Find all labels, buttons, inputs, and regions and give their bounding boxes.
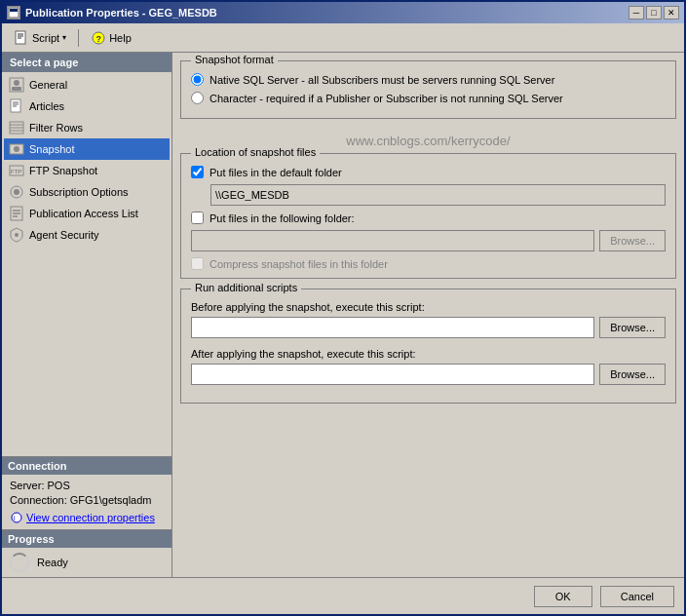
svg-text:?: ? <box>96 34 102 44</box>
sidebar-items: General Articles <box>2 72 172 456</box>
default-folder-row: Put files in the default folder <box>191 166 666 178</box>
sidebar-item-snapshot[interactable]: Snapshot <box>4 138 170 160</box>
script-button[interactable]: Script ▾ <box>7 27 73 49</box>
progress-status: Ready <box>37 557 68 568</box>
publication-access-list-icon <box>9 206 24 221</box>
cancel-button[interactable]: Cancel <box>600 586 674 607</box>
ftp-snapshot-icon: FTP <box>9 163 24 178</box>
sidebar-item-articles[interactable]: Articles <box>4 96 170 117</box>
progress-section: Progress Ready <box>2 529 172 577</box>
subscription-options-icon <box>9 184 24 200</box>
svg-point-20 <box>14 146 19 152</box>
following-folder-input[interactable] <box>191 230 594 251</box>
svg-point-29 <box>15 233 19 237</box>
svg-text:FTP: FTP <box>11 169 21 174</box>
toolbar-separator <box>78 29 79 47</box>
agent-security-icon <box>9 227 24 243</box>
help-icon: ? <box>91 30 106 46</box>
filter-rows-icon <box>9 120 24 135</box>
general-icon <box>9 77 24 93</box>
sidebar-item-agent-security-label: Agent Security <box>29 229 99 241</box>
minimize-button[interactable]: ─ <box>629 6 644 19</box>
location-label: Location of snapshot files <box>191 146 320 158</box>
native-option-row: Native SQL Server - all Subscribers must… <box>191 73 666 86</box>
location-section: Location of snapshot files Put files in … <box>180 153 676 279</box>
window-title: Publication Properties - GEG_MESDB <box>25 7 217 19</box>
bottom-bar: OK Cancel <box>2 577 684 614</box>
snapshot-format-label: Snapshot format <box>191 54 278 65</box>
svg-rect-10 <box>12 87 21 91</box>
compress-row: Compress snapshot files in this folder <box>191 257 666 270</box>
progress-spinner <box>10 553 29 572</box>
sidebar-item-ftp-snapshot[interactable]: FTP FTP Snapshot <box>4 160 170 181</box>
sidebar-item-publication-access-list[interactable]: Publication Access List <box>4 203 170 224</box>
main-panel: Snapshot format Native SQL Server - all … <box>172 53 684 577</box>
sidebar-item-ftp-snapshot-label: FTP Snapshot <box>29 165 97 176</box>
close-button[interactable]: ✕ <box>664 6 679 19</box>
after-script-input[interactable] <box>191 364 594 385</box>
compress-checkbox <box>191 257 204 270</box>
character-radio[interactable] <box>191 92 204 104</box>
connection-label: Connection: GFG1\getsqladm <box>10 494 164 506</box>
default-folder-checkbox[interactable] <box>191 166 204 178</box>
native-radio[interactable] <box>191 73 204 86</box>
sidebar-item-general[interactable]: General <box>4 74 170 96</box>
svg-point-9 <box>14 80 19 86</box>
following-folder-checkbox[interactable] <box>191 212 204 224</box>
sidebar-item-filter-rows[interactable]: Filter Rows <box>4 117 170 138</box>
connection-section: Connection Server: POS Connection: GFG1\… <box>2 456 172 529</box>
compress-label: Compress snapshot files in this folder <box>210 258 388 270</box>
character-option-row: Character - required if a Publisher or S… <box>191 92 666 104</box>
scripts-section: Run additional scripts Before applying t… <box>180 289 676 404</box>
following-folder-label: Put files in the following folder: <box>210 212 355 224</box>
progress-header: Progress <box>2 530 172 548</box>
native-option-label: Native SQL Server - all Subscribers must… <box>210 74 554 86</box>
main-window: Publication Properties - GEG_MESDB ─ □ ✕… <box>0 0 686 616</box>
sidebar-item-filter-rows-label: Filter Rows <box>29 122 83 134</box>
toolbar: Script ▾ ? Help <box>2 23 684 53</box>
sidebar-item-subscription-options[interactable]: Subscription Options <box>4 181 170 203</box>
server-label: Server: POS <box>10 480 164 491</box>
script-icon <box>14 30 29 46</box>
sidebar-item-articles-label: Articles <box>29 100 64 112</box>
svg-rect-1 <box>10 9 18 12</box>
default-folder-label: Put files in the default folder <box>210 167 342 178</box>
sidebar-item-subscription-options-label: Subscription Options <box>29 186 129 198</box>
before-script-browse-button[interactable]: Browse... <box>599 317 666 338</box>
scripts-label: Run additional scripts <box>191 282 301 293</box>
content-area: Select a page General <box>2 53 684 577</box>
before-script-input[interactable] <box>191 317 594 338</box>
snapshot-icon <box>9 141 24 157</box>
snapshot-format-section: Snapshot format Native SQL Server - all … <box>180 60 676 119</box>
connection-header: Connection <box>2 457 172 475</box>
view-connection-link[interactable]: i View connection properties <box>10 511 164 524</box>
title-bar: Publication Properties - GEG_MESDB ─ □ ✕ <box>2 2 684 23</box>
browse-folder-button[interactable]: Browse... <box>599 230 666 251</box>
svg-point-24 <box>14 189 19 195</box>
articles-icon <box>9 98 24 114</box>
sidebar-header: Select a page <box>2 53 172 72</box>
sidebar-item-snapshot-label: Snapshot <box>29 143 74 155</box>
after-script-browse-button[interactable]: Browse... <box>599 364 666 385</box>
after-script-label: After applying the snapshot, execute thi… <box>191 348 666 360</box>
sidebar-item-general-label: General <box>29 79 67 91</box>
default-folder-input[interactable] <box>210 184 666 206</box>
ok-button[interactable]: OK <box>534 586 592 607</box>
before-script-label: Before applying the snapshot, execute th… <box>191 301 666 313</box>
maximize-button[interactable]: □ <box>646 6 662 19</box>
connection-link-icon: i <box>10 511 23 524</box>
sidebar: Select a page General <box>2 53 172 577</box>
help-button[interactable]: ? Help <box>84 27 138 49</box>
character-option-label: Character - required if a Publisher or S… <box>210 93 563 104</box>
sidebar-item-publication-access-list-label: Publication Access List <box>29 208 138 219</box>
sidebar-item-agent-security[interactable]: Agent Security <box>4 224 170 246</box>
window-icon <box>7 6 20 19</box>
